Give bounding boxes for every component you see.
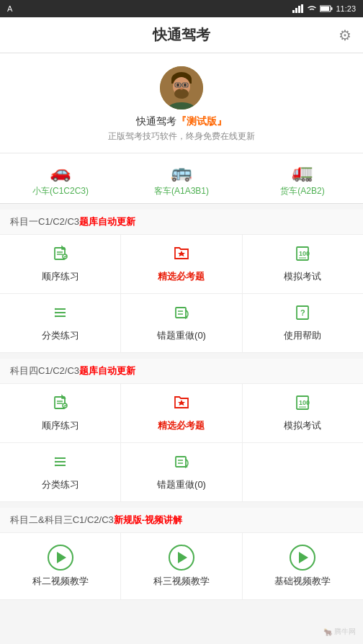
- watermark: 🐂 腾牛网: [323, 627, 356, 637]
- s4-redo-wrong-btn[interactable]: 错题重做(0): [121, 443, 242, 501]
- avatar: [160, 66, 203, 109]
- play-icon-1: [48, 545, 73, 571]
- svg-point-13: [184, 84, 187, 86]
- basic-video-btn[interactable]: 基础视频教学: [243, 533, 363, 599]
- svg-point-14: [180, 88, 183, 90]
- svg-point-51: [54, 461, 55, 462]
- s4-empty-slot: [243, 443, 363, 501]
- s4-selected-must-btn[interactable]: 精选必考题: [121, 384, 242, 442]
- s4-sequential-label: 顺序练习: [42, 419, 79, 432]
- play-icon-3: [290, 545, 315, 571]
- bus-icon: 🚌: [171, 162, 192, 182]
- subject3-video-label: 科三视频教学: [153, 575, 210, 588]
- selected-must-btn[interactable]: 精选必考题: [121, 235, 242, 293]
- s4-retry-icon: [173, 453, 190, 475]
- category-practice-btn[interactable]: 分类练习: [0, 294, 121, 352]
- section2-header: 科目四C1/C2/C3题库自动更新: [0, 359, 363, 384]
- svg-rect-5: [331, 7, 333, 10]
- settings-icon[interactable]: ⚙: [339, 27, 351, 44]
- play-triangle-1: [57, 552, 66, 563]
- svg-rect-6: [321, 6, 329, 11]
- profile-subtitle: 正版驾考技巧软件，终身免费在线更新: [108, 130, 255, 143]
- subject2-video-btn[interactable]: 科二视频教学: [0, 533, 121, 599]
- svg-text:100: 100: [299, 250, 310, 257]
- vehicle-tab-truck[interactable]: 🚛 货车(A2B2): [242, 162, 363, 197]
- section1-header: 科目一C1/C2/C3题库自动更新: [0, 210, 363, 235]
- status-bar-right: 11:23: [292, 4, 356, 13]
- selected-must-label: 精选必考题: [158, 270, 205, 283]
- s4-edit-icon: [52, 394, 69, 416]
- bus-label: 客车(A1A3B1): [154, 185, 209, 197]
- svg-point-22: [63, 254, 67, 259]
- svg-rect-3: [301, 4, 303, 13]
- battery-icon: [320, 4, 333, 13]
- video-row: 科二视频教学 科三视频教学 基础视频教学: [0, 533, 363, 600]
- mock-exam-label: 模拟考试: [284, 270, 321, 283]
- vehicle-tab-car[interactable]: 🚗 小车(C1C2C3): [0, 162, 121, 197]
- svg-rect-0: [292, 10, 295, 13]
- retry-icon: [173, 304, 190, 326]
- svg-point-11: [174, 89, 189, 99]
- svg-rect-2: [298, 6, 300, 13]
- sequential-label: 顺序练习: [42, 270, 79, 283]
- svg-text:100: 100: [299, 399, 310, 406]
- section1-row1: 顺序练习 精选必考题 100 模拟考试: [0, 235, 363, 294]
- play-triangle-2: [178, 552, 187, 563]
- profile-name: 快通驾考『测试版』: [136, 115, 227, 128]
- s4-redo-wrong-label: 错题重做(0): [157, 478, 206, 491]
- app-header: 快通驾考 ⚙: [0, 17, 363, 53]
- help-btn[interactable]: ? 使用帮助: [243, 294, 363, 352]
- truck-icon: 🚛: [292, 162, 313, 182]
- section3-header: 科目二&科目三C1/C2/C3新规版-视频讲解: [0, 508, 363, 533]
- help-icon: ?: [294, 304, 311, 326]
- car-label: 小车(C1C2C3): [32, 185, 89, 197]
- edit-icon: [52, 245, 69, 267]
- signal-icon: [292, 4, 304, 13]
- list-icon: [52, 304, 69, 326]
- section-subject1: 科目一C1/C2/C3题库自动更新 顺序练习: [0, 210, 363, 353]
- s4-star-folder-icon: [173, 394, 190, 416]
- svg-text:?: ?: [300, 308, 305, 317]
- s4-mock-exam-btn[interactable]: 100 模拟考试: [243, 384, 363, 442]
- mock-exam-btn[interactable]: 100 模拟考试: [243, 235, 363, 293]
- wifi-icon: [307, 4, 317, 13]
- section2-row2: 分类练习 错题重做(0): [0, 443, 363, 502]
- svg-rect-33: [176, 308, 186, 318]
- subject2-video-label: 科二视频教学: [32, 575, 89, 588]
- play-triangle-3: [299, 552, 308, 563]
- time-label: 11:23: [336, 4, 356, 13]
- redo-wrong-label: 错题重做(0): [157, 329, 206, 342]
- subject3-video-btn[interactable]: 科三视频教学: [121, 533, 242, 599]
- svg-point-50: [54, 457, 55, 459]
- svg-point-12: [176, 84, 179, 86]
- redo-wrong-btn[interactable]: 错题重做(0): [121, 294, 242, 352]
- sequential-practice-btn[interactable]: 顺序练习: [0, 235, 121, 293]
- status-bar: A 11:23: [0, 0, 363, 17]
- section1-row2: 分类练习 错题重做(0) ? 使用帮助: [0, 294, 363, 353]
- score-icon: 100: [294, 245, 311, 267]
- s4-mock-exam-label: 模拟考试: [284, 419, 321, 432]
- svg-marker-23: [178, 251, 185, 256]
- s4-score-icon: 100: [294, 394, 311, 416]
- svg-point-31: [54, 312, 55, 313]
- category-label: 分类练习: [42, 329, 79, 342]
- help-label: 使用帮助: [284, 329, 321, 342]
- section-subject4: 科目四C1/C2/C3题库自动更新 顺序练习: [0, 359, 363, 502]
- star-folder-icon: [173, 245, 190, 267]
- vehicle-tabs: 🚗 小车(C1C2C3) 🚌 客车(A1A3B1) 🚛 货车(A2B2): [0, 153, 363, 204]
- s4-sequential-practice-btn[interactable]: 顺序练习: [0, 384, 121, 442]
- car-icon: 🚗: [50, 162, 71, 182]
- svg-rect-1: [295, 8, 297, 13]
- app-title: 快通驾考: [153, 25, 210, 45]
- svg-point-30: [54, 308, 55, 310]
- section2-row1: 顺序练习 精选必考题 100 模拟考试: [0, 384, 363, 443]
- s4-selected-must-label: 精选必考题: [158, 419, 205, 432]
- s4-list-icon: [52, 453, 69, 475]
- status-bar-left: A: [7, 4, 12, 13]
- s4-category-label: 分类练习: [42, 478, 79, 491]
- carrier-label: A: [7, 4, 12, 13]
- vehicle-tab-bus[interactable]: 🚌 客车(A1A3B1): [121, 162, 242, 197]
- svg-rect-53: [176, 457, 186, 467]
- truck-label: 货车(A2B2): [280, 185, 324, 197]
- s4-category-practice-btn[interactable]: 分类练习: [0, 443, 121, 501]
